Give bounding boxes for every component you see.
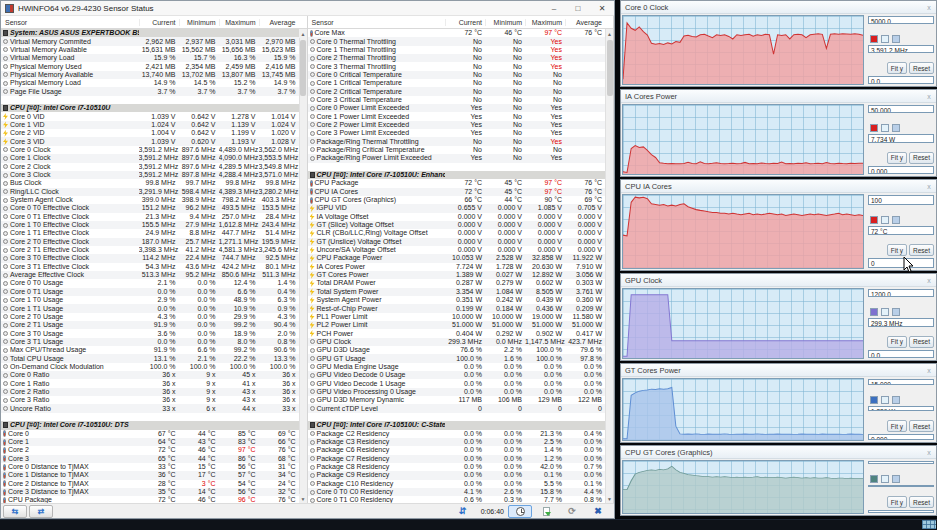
minimize-button[interactable]: –	[542, 1, 566, 15]
fit-y-button[interactable]: Fit y	[887, 420, 907, 432]
sensor-row[interactable]: CLR (CBo/LLC,Ring) Voltage Offset0.000 V…	[308, 229, 606, 237]
background-color-swatch[interactable]	[881, 396, 889, 404]
sensor-row[interactable]: Uncore Ratio33 x6 x44 x33 x	[1, 404, 299, 412]
sensor-row[interactable]: Package/Ring Critical TemperatureNoNoNo	[308, 146, 606, 154]
sensor-row[interactable]: GPU D3D Memory Dynamic117 MB106 MB129 MB…	[308, 396, 606, 404]
sensor-row[interactable]: Core 3 T1 Effective Clock54.3 MHz43.6 MH…	[1, 263, 299, 271]
sensor-row[interactable]: Core 0 Power Limit ExceededYesNoYes	[308, 104, 606, 112]
sensor-row[interactable]: Package C3 Residency0.0 %0.0 %2.5 %0.0 %	[308, 438, 606, 446]
close-sensors-button[interactable]: ✖	[586, 505, 610, 518]
sensor-row[interactable]: Core 3 T0 Usage3.6 %0.0 %18.9 %2.0 %	[1, 329, 299, 337]
sensor-row[interactable]: Core 2 Clock3,591.2 MHz897.6 MHz4,289.5 …	[1, 163, 299, 171]
sensor-row[interactable]: GPU Clock299.3 MHz0.0 MHz1,147.5 MHz423.…	[308, 338, 606, 346]
swap-columns-button[interactable]: ⇆	[3, 505, 27, 518]
fit-y-button[interactable]: Fit y	[887, 336, 907, 348]
logging-clock-button[interactable]	[508, 505, 532, 518]
graph-title-bar[interactable]: CPU GT Cores (Graphics)x	[621, 446, 936, 459]
sensor-row[interactable]: Core 1 T1 Effective Clock24.9 MHz8.8 MHz…	[1, 229, 299, 237]
graph-min-value[interactable]: 0.000	[868, 166, 934, 174]
sensor-row[interactable]: Core 272 °C46 °C97 °C76 °C	[1, 446, 299, 454]
sensor-row[interactable]: GPU Media Engine Usage0.0 %0.0 %0.0 %0.0…	[308, 363, 606, 371]
graph-title-bar[interactable]: GT Cores Powerx	[621, 364, 936, 377]
sensor-row[interactable]: Core 1 Power Limit ExceededYesNoYes	[308, 112, 606, 120]
scroll-up-icon[interactable]: ▲	[299, 29, 307, 38]
sensor-row[interactable]: Physical Memory Load14.9 %14.5 %15.2 %14…	[1, 79, 299, 87]
sensor-row[interactable]: Core 1 Ratio36 x9 x41 x36 x	[1, 379, 299, 387]
reset-button[interactable]: Reset	[909, 62, 934, 74]
sensor-row[interactable]: Package C9 Residency0.0 %0.0 %0.1 %0.0 %	[308, 471, 606, 479]
sensor-row[interactable]: Core 3 Distance to TjMAX35 °C14 °C56 °C3…	[1, 488, 299, 496]
reset-button[interactable]: Reset	[909, 420, 934, 432]
graph-title-bar[interactable]: GPU Clockx	[621, 274, 936, 287]
graph-max-value[interactable]: 100	[868, 195, 934, 205]
sensor-row[interactable]: Total DRAM Power0.287 W0.279 W0.602 W0.3…	[308, 279, 606, 287]
graph-close-icon[interactable]: x	[922, 449, 936, 456]
sensor-row[interactable]: Core 0 T0 Usage2.1 %0.0 %12.4 %1.4 %	[1, 279, 299, 287]
sensor-row[interactable]: Core 1 Clock3,591.2 MHz897.6 MHz4,090.0 …	[1, 154, 299, 162]
sensor-row[interactable]: CPU Package Power10.053 W2.528 W32.858 W…	[308, 254, 606, 262]
sensor-row[interactable]: Core 0 VID1.039 V0.642 V1.278 V1.014 V	[1, 112, 299, 120]
sensor-row[interactable]: Core 2 T0 Usage4.3 %0.0 %29.9 %4.3 %	[1, 313, 299, 321]
sensor-row[interactable]: Page File Usage3.7 %3.7 %3.7 %3.7 %	[1, 87, 299, 95]
sensor-row[interactable]: Package C7 Residency0.0 %0.0 %1.2 %0.0 %	[308, 455, 606, 463]
sensor-row[interactable]: Virtual Memory Load15.9 %15.7 %16.3 %15.…	[1, 54, 299, 62]
sensor-row[interactable]: Core 2 T0 Effective Clock187.0 MHz25.7 M…	[1, 238, 299, 246]
graph-plot-area[interactable]	[622, 460, 864, 514]
sensor-row[interactable]: CPU Package72 °C45 °C97 °C76 °C	[308, 179, 606, 187]
graph-current-value[interactable]: 299.3 MHz	[868, 318, 934, 326]
scroll-up-icon[interactable]: ▲	[606, 29, 614, 38]
graph-max-value[interactable]: 1200.0	[868, 289, 934, 297]
reset-button[interactable]: Reset	[909, 496, 934, 508]
graph-max-value[interactable]: 100	[868, 461, 934, 464]
sensor-row[interactable]: Core Max72 °C46 °C97 °C76 °C	[308, 29, 606, 37]
reset-button[interactable]: Reset	[909, 244, 934, 256]
sensor-row[interactable]: PCH Power0.404 W0.292 W0.902 W0.417 W	[308, 329, 606, 337]
sensor-row[interactable]: Rest-of-Chip Power0.199 W0.184 W0.436 W0…	[308, 304, 606, 312]
sensor-row[interactable]: Core 3 Ratio36 x9 x43 x36 x	[1, 396, 299, 404]
grid-color-swatch[interactable]	[892, 308, 900, 316]
sensor-row[interactable]: Current cTDP Level0000	[308, 404, 606, 412]
sensor-row[interactable]: Core 2 Thermal ThrottlingNoNoYes	[308, 54, 606, 62]
sensor-row[interactable]: Core 0 Ratio36 x9 x45 x36 x	[1, 371, 299, 379]
section-row[interactable]: CPU [#0]: Intel Core i7-10510U: Enhanced	[308, 171, 606, 179]
grid-color-swatch[interactable]	[892, 396, 900, 404]
sensor-row[interactable]: Core 1 Critical TemperatureNoNoNo	[308, 79, 606, 87]
sensor-row[interactable]: Core 3 Clock3,591.2 MHz897.8 MHz4,288.4 …	[1, 171, 299, 179]
sensor-row[interactable]: Total CPU Usage13.1 %2.1 %22.2 %13.3 %	[1, 354, 299, 362]
sensor-row[interactable]: Package C8 Residency0.0 %0.0 %42.0 %0.7 …	[308, 463, 606, 471]
scroll-down-icon[interactable]: ▼	[606, 494, 614, 503]
series-color-swatch[interactable]	[870, 396, 878, 404]
scroll-thumb[interactable]	[300, 40, 306, 96]
series-color-swatch[interactable]	[870, 35, 878, 43]
graph-current-value[interactable]: 7.734 W	[868, 134, 934, 142]
section-row[interactable]: CPU [#0]: Intel Core i7-10510U: DTS	[1, 421, 299, 429]
sensor-row[interactable]: Core 1 Thermal ThrottlingNoNoYes	[308, 46, 606, 54]
grid-color-swatch[interactable]	[892, 124, 900, 132]
section-row[interactable]: CPU [#0]: Intel Core i7-10510U: C-State …	[308, 421, 606, 429]
reset-button[interactable]: Reset	[909, 336, 934, 348]
reset-button[interactable]: Reset	[909, 152, 934, 164]
sensor-row[interactable]: Package C10 Residency0.0 %0.0 %5.5 %0.1 …	[308, 480, 606, 488]
sensor-row[interactable]: Core 2 Critical TemperatureNoNoNo	[308, 87, 606, 95]
graph-close-icon[interactable]: x	[922, 93, 936, 100]
sensor-row[interactable]: Core 3 Critical TemperatureNoNoNo	[308, 96, 606, 104]
sensor-row[interactable]: Physical Memory Used2,421 MB2,354 MB2,45…	[1, 62, 299, 70]
graph-close-icon[interactable]: x	[922, 183, 936, 190]
series-color-swatch[interactable]	[870, 308, 878, 316]
sensor-row[interactable]: IA Voltage Offset0.000 V0.000 V0.000 V0.…	[308, 213, 606, 221]
fit-y-button[interactable]: Fit y	[887, 244, 907, 256]
graph-min-value[interactable]: 0	[868, 510, 934, 513]
sensor-row[interactable]: Virtual Memory Commited2,962 MB2,937 MB3…	[1, 37, 299, 45]
background-color-swatch[interactable]	[881, 35, 889, 43]
sensor-row[interactable]: Core 1 T0 Effective Clock155.5 MHz27.9 M…	[1, 221, 299, 229]
section-row[interactable]: CPU [#0]: Intel Core i7-10510U	[1, 104, 299, 112]
graph-current-value[interactable]: 3,591.2 MHz	[868, 45, 934, 53]
graph-min-value[interactable]: 0.000	[868, 434, 934, 440]
sensor-row[interactable]: Core 0 T0 C0 Residency4.1 %2.6 %15.8 %4.…	[308, 488, 606, 496]
graph-max-value[interactable]: 5000.0	[868, 16, 934, 24]
sensor-row[interactable]: Package C2 Residency0.0 %0.0 %21.3 %0.4 …	[308, 430, 606, 438]
sensor-row[interactable]: Core 2 T1 Usage91.9 %0.0 %99.2 %90.4 %	[1, 321, 299, 329]
grid-color-swatch[interactable]	[892, 35, 900, 43]
sensor-row[interactable]: Core 0 Clock3,591.2 MHz897.6 MHz4,489.0 …	[1, 146, 299, 154]
sensor-row[interactable]: GPU Video Processing 0 Usage0.0 %0.0 %0.…	[308, 388, 606, 396]
